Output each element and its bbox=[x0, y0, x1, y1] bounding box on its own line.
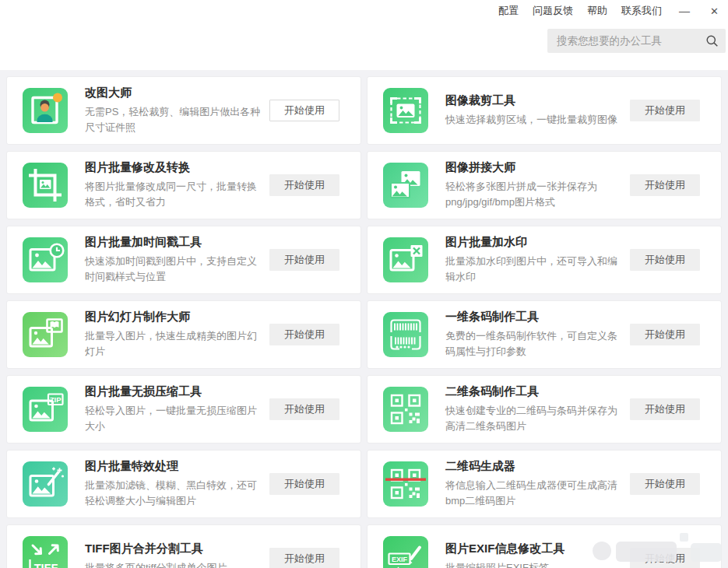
tool-card: 图像拼接大师 轻松将多张图片拼成一张并保存为png/jpg/gif/bmp图片格… bbox=[367, 151, 722, 219]
tool-title: 二维条码制作工具 bbox=[445, 384, 623, 399]
tool-text: 图像裁剪工具 快速选择裁剪区域，一键批量裁剪图像 bbox=[445, 93, 623, 128]
slideshow-icon bbox=[23, 312, 68, 357]
tool-description: 批量添加水印到图片中，还可导入和编辑水印 bbox=[445, 254, 623, 285]
svg-text:TIFF: TIFF bbox=[34, 562, 58, 568]
menu-item-contact[interactable]: 联系我们 bbox=[621, 4, 662, 18]
tool-description: 无需PS，轻松裁剪、编辑图片做出各种尺寸证件照 bbox=[85, 104, 262, 135]
start-button[interactable]: 开始使用 bbox=[630, 100, 700, 121]
start-button[interactable]: 开始使用 bbox=[269, 548, 339, 568]
start-button[interactable]: 开始使用 bbox=[269, 174, 339, 196]
minimize-button[interactable]: — bbox=[676, 5, 693, 16]
tool-card: TIFF TIFF图片合并分割工具 批量将多页的tiff分割成单个图片 开始使用 bbox=[6, 524, 361, 568]
tool-text: 二维条码制作工具 快速创建专业的二维码与条码并保存为高清二维条码图片 bbox=[445, 384, 623, 434]
tool-description: 免费的一维条码制作软件，可自定义条码属性与打印参数 bbox=[445, 328, 623, 359]
tool-text: TIFF图片合并分割工具 批量将多页的tiff分割成单个图片 bbox=[85, 542, 262, 568]
tool-text: 图片批量无损压缩工具 轻松导入图片，一键批量无损压缩图片大小 bbox=[85, 384, 262, 434]
start-button[interactable]: 开始使用 bbox=[269, 398, 339, 420]
id-photo-icon bbox=[23, 88, 68, 133]
tool-description: 批量添加滤镜、模糊、黑白特效，还可轻松调整大小与编辑图片 bbox=[85, 478, 262, 509]
tool-description: 将信息输入二维码生成器便可生成高清bmp二维码图片 bbox=[445, 478, 623, 509]
tool-title: 图像裁剪工具 bbox=[445, 93, 623, 108]
search-box bbox=[547, 29, 726, 53]
tool-text: 图片批量修改及转换 将图片批量修改成同一尺寸，批量转换格式，省时又省力 bbox=[85, 160, 262, 210]
close-button[interactable]: ✕ bbox=[707, 6, 722, 16]
tool-card: 一维条码制作工具 免费的一维条码制作软件，可自定义条码属性与打印参数 开始使用 bbox=[367, 300, 722, 369]
tool-title: 二维码生成器 bbox=[445, 459, 623, 474]
tool-title: 图片批量修改及转换 bbox=[85, 160, 262, 175]
tool-text: 一维条码制作工具 免费的一维条码制作软件，可自定义条码属性与打印参数 bbox=[445, 310, 623, 359]
stitch-icon bbox=[383, 163, 428, 208]
svg-text:EXIF: EXIF bbox=[392, 556, 408, 563]
tool-title: 图片批量加水印 bbox=[445, 235, 623, 250]
qr-generator-icon bbox=[383, 461, 428, 507]
tool-description: 快速添加时间戳到图片中，支持自定义时间戳样式与位置 bbox=[85, 254, 262, 285]
tool-card: 二维码生成器 将信息输入二维码生成器便可生成高清bmp二维码图片 开始使用 bbox=[367, 450, 722, 518]
tool-card: 图像裁剪工具 快速选择裁剪区域，一键批量裁剪图像 开始使用 bbox=[367, 76, 722, 145]
tool-text: 图片批量特效处理 批量添加滤镜、模糊、黑白特效，还可轻松调整大小与编辑图片 bbox=[85, 459, 262, 509]
tool-description: 轻松导入图片，一键批量无损压缩图片大小 bbox=[85, 403, 262, 434]
tool-description: 批量将多页的tiff分割成单个图片 bbox=[85, 560, 262, 568]
tool-description: 批量导入图片，快速生成精美的图片幻灯片 bbox=[85, 328, 262, 359]
qrcode-icon bbox=[383, 387, 428, 432]
start-button[interactable]: 开始使用 bbox=[630, 548, 700, 568]
tool-title: TIFF图片合并分割工具 bbox=[85, 542, 262, 556]
tool-card: EXIF 图片EXIF信息修改工具 批量编辑照片EXIF标签 开始使用 bbox=[367, 524, 722, 568]
timestamp-icon bbox=[23, 237, 68, 282]
tool-description: 轻松将多张图片拼成一张并保存为png/jpg/gif/bmp图片格式 bbox=[445, 179, 623, 210]
start-button[interactable]: 开始使用 bbox=[269, 473, 339, 495]
start-button[interactable]: 开始使用 bbox=[630, 249, 700, 271]
tool-card: 图片批量加水印 批量添加水印到图片中，还可导入和编辑水印 开始使用 bbox=[367, 226, 722, 294]
watermark-icon bbox=[383, 237, 428, 282]
tiff-icon: TIFF bbox=[23, 536, 68, 568]
tool-title: 图片批量加时间戳工具 bbox=[85, 235, 262, 250]
tool-description: 快速选择裁剪区域，一键批量裁剪图像 bbox=[445, 112, 623, 128]
tool-card: ZIP 图片批量无损压缩工具 轻松导入图片，一键批量无损压缩图片大小 开始使用 bbox=[6, 375, 361, 444]
tool-description: 批量编辑照片EXIF标签 bbox=[445, 560, 623, 568]
search-input[interactable] bbox=[547, 35, 701, 47]
tool-title: 图片批量无损压缩工具 bbox=[85, 384, 262, 399]
tool-text: 图像拼接大师 轻松将多张图片拼成一张并保存为png/jpg/gif/bmp图片格… bbox=[445, 160, 623, 210]
tool-card: 图片批量特效处理 批量添加滤镜、模糊、黑白特效，还可轻松调整大小与编辑图片 开始… bbox=[6, 450, 361, 518]
exif-icon: EXIF bbox=[383, 536, 428, 568]
tool-title: 图像拼接大师 bbox=[445, 160, 623, 175]
start-button[interactable]: 开始使用 bbox=[269, 324, 339, 345]
zip-icon: ZIP bbox=[23, 387, 68, 432]
effects-icon bbox=[23, 461, 68, 507]
start-button[interactable]: 开始使用 bbox=[630, 174, 700, 196]
menu-item-help[interactable]: 帮助 bbox=[587, 4, 607, 18]
menu-item-config[interactable]: 配置 bbox=[498, 4, 519, 18]
crop-image-icon bbox=[383, 88, 428, 133]
svg-text:ZIP: ZIP bbox=[50, 395, 62, 404]
tool-description: 将图片批量修改成同一尺寸，批量转换格式，省时又省力 bbox=[85, 179, 262, 210]
window-header: 配置问题反馈帮助联系我们 — ✕ bbox=[0, 0, 728, 70]
tool-text: 图片批量加时间戳工具 快速添加时间戳到图片中，支持自定义时间戳样式与位置 bbox=[85, 235, 262, 285]
tool-text: 图片批量加水印 批量添加水印到图片中，还可导入和编辑水印 bbox=[445, 235, 623, 285]
tool-title: 改图大师 bbox=[85, 86, 262, 100]
tool-title: 图片幻灯片制作大师 bbox=[85, 310, 262, 324]
start-button[interactable]: 开始使用 bbox=[269, 249, 339, 271]
tool-description: 快速创建专业的二维码与条码并保存为高清二维条码图片 bbox=[445, 403, 623, 434]
tool-title: 图片EXIF信息修改工具 bbox=[445, 542, 623, 556]
menu-item-feedback[interactable]: 问题反馈 bbox=[533, 4, 573, 18]
tool-card: 改图大师 无需PS，轻松裁剪、编辑图片做出各种尺寸证件照 开始使用 bbox=[6, 76, 361, 145]
search-icon bbox=[705, 34, 719, 47]
tool-text: 二维码生成器 将信息输入二维码生成器便可生成高清bmp二维码图片 bbox=[445, 459, 623, 509]
tool-card: 图片批量加时间戳工具 快速添加时间戳到图片中，支持自定义时间戳样式与位置 开始使… bbox=[6, 226, 361, 294]
tool-text: 图片幻灯片制作大师 批量导入图片，快速生成精美的图片幻灯片 bbox=[85, 310, 262, 359]
start-button[interactable]: 开始使用 bbox=[630, 324, 700, 345]
batch-resize-icon bbox=[23, 163, 68, 208]
window-menu-items: 配置问题反馈帮助联系我们 bbox=[498, 4, 662, 18]
tool-card: 二维条码制作工具 快速创建专业的二维码与条码并保存为高清二维条码图片 开始使用 bbox=[367, 375, 722, 444]
window-menu: 配置问题反馈帮助联系我们 — ✕ bbox=[498, 2, 722, 19]
start-button[interactable]: 开始使用 bbox=[630, 473, 700, 495]
start-button[interactable]: 开始使用 bbox=[269, 100, 339, 121]
start-button[interactable]: 开始使用 bbox=[630, 398, 700, 420]
barcode-icon bbox=[383, 312, 428, 357]
tool-title: 一维条码制作工具 bbox=[445, 310, 623, 324]
tool-card: 图片幻灯片制作大师 批量导入图片，快速生成精美的图片幻灯片 开始使用 bbox=[6, 300, 361, 369]
tool-card: 图片批量修改及转换 将图片批量修改成同一尺寸，批量转换格式，省时又省力 开始使用 bbox=[6, 151, 361, 219]
tools-grid: 改图大师 无需PS，轻松裁剪、编辑图片做出各种尺寸证件照 开始使用 图像裁剪工具… bbox=[6, 70, 722, 568]
tool-text: 图片EXIF信息修改工具 批量编辑照片EXIF标签 bbox=[445, 542, 623, 568]
tool-text: 改图大师 无需PS，轻松裁剪、编辑图片做出各种尺寸证件照 bbox=[85, 86, 262, 135]
tool-title: 图片批量特效处理 bbox=[85, 459, 262, 474]
